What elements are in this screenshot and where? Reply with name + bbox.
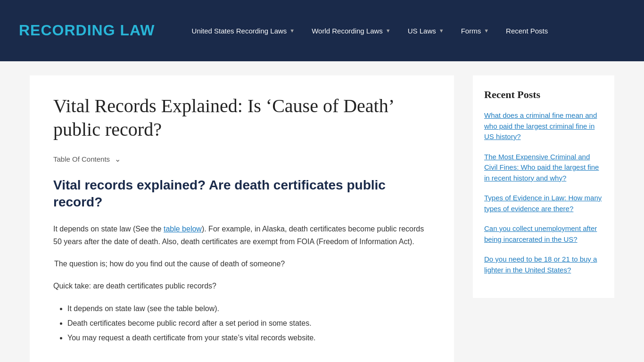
sidebar-title: Recent Posts: [484, 89, 603, 101]
nav-recent-posts[interactable]: Recent Posts: [497, 21, 556, 41]
nav-us-recording-laws-label: United States Recording Laws: [192, 27, 287, 35]
nav-us-recording-laws[interactable]: United States Recording Laws ▼: [183, 21, 304, 41]
body-paragraph-1: It depends on state law (See the table b…: [53, 222, 430, 248]
chevron-down-icon: ▼: [439, 28, 444, 33]
chevron-down-icon: ⌄: [115, 155, 121, 164]
body-paragraph-3: Quick take: are death certificates publi…: [53, 280, 430, 292]
main-article: Vital Records Explained: Is ‘Cause of De…: [30, 75, 454, 362]
chevron-down-icon: ▼: [386, 28, 391, 33]
nav-world-recording-laws[interactable]: World Recording Laws ▼: [303, 21, 399, 41]
nav-us-laws-label: US Laws: [408, 27, 436, 35]
toc-label: Table Of Contents: [53, 155, 110, 163]
body-paragraph-2: The question is; how do you find out the…: [53, 257, 430, 270]
list-item: It depends on state law (see the table b…: [67, 302, 430, 315]
nav-forms[interactable]: Forms ▼: [453, 21, 497, 41]
sidebar-link-0[interactable]: What does a criminal fine mean and who p…: [484, 110, 603, 142]
chevron-down-icon: ▼: [484, 28, 489, 33]
page-wrapper: Vital Records Explained: Is ‘Cause of De…: [20, 75, 624, 362]
section-heading: Vital records explained? Are death certi…: [53, 177, 430, 211]
nav-us-laws[interactable]: US Laws ▼: [399, 21, 453, 41]
nav-forms-label: Forms: [461, 27, 481, 35]
toc-bar[interactable]: Table Of Contents ⌄: [53, 155, 430, 164]
table-below-link[interactable]: table below: [164, 225, 202, 233]
site-header: Recording Law United States Recording La…: [0, 0, 644, 61]
sidebar-recent-posts: Recent Posts What does a criminal fine m…: [473, 75, 614, 298]
site-logo[interactable]: Recording Law: [19, 22, 155, 39]
main-nav: United States Recording Laws ▼ World Rec…: [183, 21, 557, 41]
nav-recent-posts-label: Recent Posts: [506, 27, 548, 35]
article-title: Vital Records Explained: Is ‘Cause of De…: [53, 94, 430, 141]
sidebar-link-4[interactable]: Do you need to be 18 or 21 to buy a ligh…: [484, 254, 603, 275]
nav-world-recording-laws-label: World Recording Laws: [312, 27, 383, 35]
bullet-list: It depends on state law (see the table b…: [67, 302, 430, 345]
chevron-down-icon: ▼: [289, 28, 295, 33]
list-item: Death certificates become public record …: [67, 317, 430, 329]
list-item: You may request a death certificate from…: [67, 331, 430, 344]
sidebar-link-1[interactable]: The Most Expensive Criminal and Civil Fi…: [484, 152, 603, 184]
sidebar-link-3[interactable]: Can you collect unemployment after being…: [484, 223, 603, 245]
sidebar-link-2[interactable]: Types of Evidence in Law: How many types…: [484, 193, 603, 214]
sidebar: Recent Posts What does a criminal fine m…: [473, 75, 614, 362]
